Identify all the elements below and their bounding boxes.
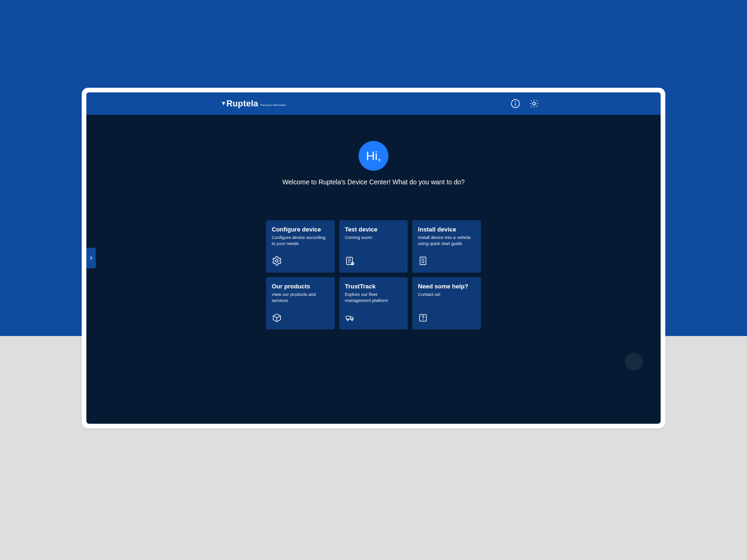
- tile-test-device[interactable]: Test device Coming soon!: [339, 220, 408, 273]
- tile-desc: Contact us!: [418, 292, 475, 298]
- gear-icon: [272, 256, 329, 268]
- document-icon: [418, 256, 475, 268]
- welcome-text: Welcome to Ruptela's Device Center! What…: [86, 178, 661, 186]
- brand-tagline: Transport Telematics: [260, 104, 286, 106]
- tile-configure-device[interactable]: Configure device Configure device accord…: [266, 220, 335, 273]
- help-icon: [418, 313, 475, 325]
- tiles-grid: Configure device Configure device accord…: [266, 220, 481, 329]
- tile-install-device[interactable]: Install device Install device into a veh…: [412, 220, 481, 273]
- sidebar-expand-handle[interactable]: [86, 248, 96, 268]
- brand-mark-icon: ▾: [222, 99, 226, 107]
- tile-need-help[interactable]: Need some help? Contact us!: [412, 277, 481, 329]
- svg-point-16: [347, 319, 348, 321]
- tile-our-products[interactable]: Our products View our products and servi…: [266, 277, 335, 329]
- box-icon: [272, 313, 329, 325]
- checklist-icon: [345, 256, 402, 268]
- tile-desc: Configure device according to your needs: [272, 235, 329, 247]
- tile-desc: Coming soon!: [345, 235, 402, 241]
- hero: Hi, Welcome to Ruptela's Device Center! …: [86, 141, 661, 186]
- tile-title: Need some help?: [418, 283, 475, 290]
- tile-title: Install device: [418, 226, 475, 233]
- greeting-text: Hi,: [366, 149, 381, 163]
- app-header: ▾ Ruptela Transport Telematics: [86, 92, 661, 115]
- device-frame: ▾ Ruptela Transport Telematics: [82, 88, 665, 428]
- scroll-hint-dot: [625, 353, 643, 371]
- tile-trusttrack[interactable]: TrustTrack Explore our fleet management …: [339, 277, 408, 329]
- tile-title: TrustTrack: [345, 283, 402, 290]
- settings-icon[interactable]: [529, 98, 539, 109]
- info-icon[interactable]: [510, 98, 521, 109]
- svg-point-4: [275, 259, 278, 262]
- brand-logo: ▾ Ruptela Transport Telematics: [222, 99, 286, 109]
- tile-title: Configure device: [272, 226, 329, 233]
- header-actions: [510, 98, 539, 109]
- greeting-badge: Hi,: [359, 141, 388, 171]
- truck-icon: [345, 313, 402, 325]
- svg-point-3: [533, 102, 536, 105]
- brand-name: Ruptela: [226, 99, 258, 109]
- page-background: ▾ Ruptela Transport Telematics: [0, 0, 747, 560]
- tile-desc: Install device into a vehicle using quic…: [418, 235, 475, 247]
- tile-title: Test device: [345, 226, 402, 233]
- app-window: ▾ Ruptela Transport Telematics: [86, 92, 661, 424]
- svg-rect-15: [346, 316, 350, 319]
- svg-point-17: [351, 319, 352, 321]
- tile-desc: Explore our fleet management platform: [345, 292, 402, 304]
- tile-title: Our products: [272, 283, 329, 290]
- tile-desc: View our products and services: [272, 292, 329, 304]
